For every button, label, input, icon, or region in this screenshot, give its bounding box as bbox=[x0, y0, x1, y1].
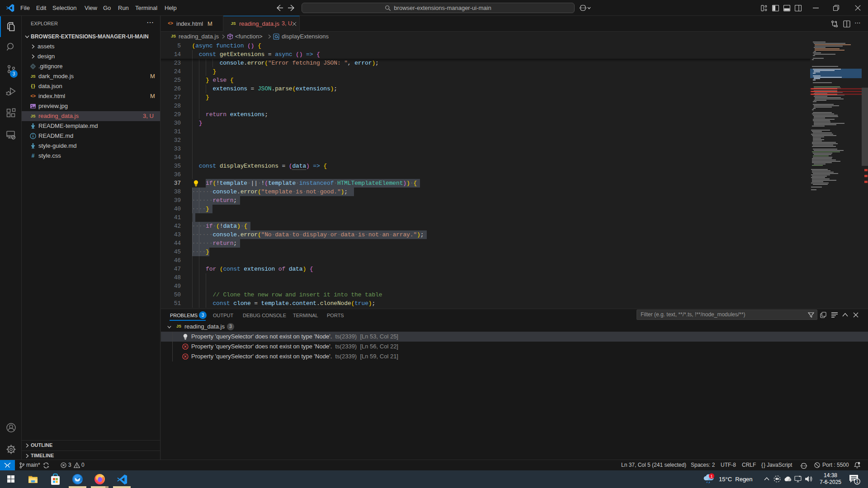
svg-text:1: 1 bbox=[856, 479, 859, 484]
svg-text:1: 1 bbox=[710, 474, 712, 479]
